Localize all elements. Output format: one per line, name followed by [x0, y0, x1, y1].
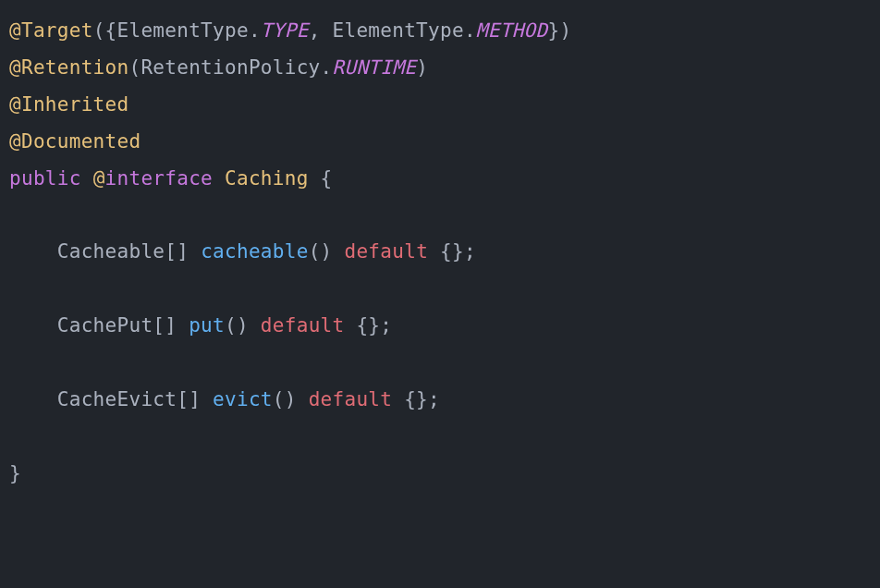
type-ref: ElementType [117, 19, 249, 42]
punct: () [225, 314, 261, 337]
punct: () [309, 240, 345, 263]
type-ref: ElementType [333, 19, 464, 42]
keyword-default: default [261, 314, 345, 337]
type-ref: CacheEvict [57, 388, 177, 410]
enum-constant: METHOD [476, 19, 548, 42]
code-block: @Target({ElementType.TYPE, ElementType.M… [9, 13, 871, 493]
code-line-1: @Target({ElementType.TYPE, ElementType.M… [9, 19, 571, 42]
annotation-at: @ [93, 167, 105, 190]
annotation-at: @ [9, 130, 21, 153]
punct: . [249, 19, 261, 42]
annotation-name: Documented [21, 130, 141, 153]
space [81, 167, 93, 190]
indent [9, 240, 57, 263]
punct: [] [177, 388, 213, 410]
punct: {}; [428, 240, 476, 263]
enum-constant: RUNTIME [333, 56, 417, 79]
code-line-2: @Retention(RetentionPolicy.RUNTIME) [9, 56, 428, 79]
type-ref: Cacheable [57, 240, 165, 263]
punct: . [464, 19, 476, 42]
punct: {}; [344, 314, 392, 337]
punct: } [9, 462, 21, 484]
annotation-at: @ [9, 93, 21, 116]
interface-name: Caching [225, 167, 309, 190]
punct: , [309, 19, 333, 42]
keyword-default: default [344, 240, 428, 263]
punct: { [309, 167, 333, 190]
annotation-name: Retention [21, 56, 129, 79]
indent [9, 314, 57, 337]
keyword-interface: interface [105, 167, 214, 190]
method-name: put [189, 314, 225, 337]
code-line-4: @Documented [9, 130, 141, 153]
code-line-7: Cacheable[] cacheable() default {}; [9, 240, 476, 263]
punct: }) [548, 19, 572, 42]
code-line-9: CachePut[] put() default {}; [9, 314, 392, 337]
punct: ( [128, 56, 141, 79]
code-line-13: } [9, 462, 21, 484]
punct: ) [416, 56, 428, 79]
keyword-public: public [9, 167, 81, 190]
annotation-at: @ [9, 56, 21, 79]
indent [9, 388, 57, 410]
punct: () [273, 388, 309, 410]
space [213, 167, 225, 190]
code-line-3: @Inherited [9, 93, 128, 116]
annotation-name: Inherited [21, 93, 129, 116]
type-ref: CachePut [57, 314, 153, 337]
method-name: cacheable [201, 240, 309, 263]
punct: [] [165, 240, 201, 263]
enum-constant: TYPE [261, 19, 309, 42]
method-name: evict [213, 388, 273, 410]
code-line-5: public @interface Caching { [9, 167, 333, 190]
punct: ({ [93, 19, 117, 42]
punct: [] [153, 314, 189, 337]
annotation-name: Target [21, 19, 93, 42]
code-line-11: CacheEvict[] evict() default {}; [9, 388, 440, 410]
punct: . [321, 56, 333, 79]
keyword-default: default [309, 388, 393, 410]
punct: {}; [392, 388, 440, 410]
type-ref: RetentionPolicy [141, 56, 320, 79]
annotation-at: @ [9, 19, 21, 42]
